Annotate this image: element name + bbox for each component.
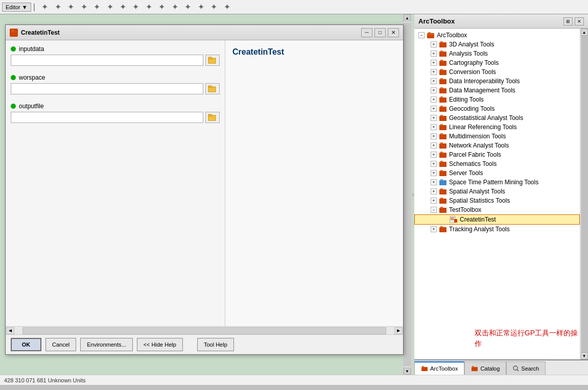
tree-item-spatial-analyst[interactable]: + Spatial Analyst Tools [414,187,580,196]
maximize-button[interactable]: □ [374,28,386,37]
tree-label-parcel: Parcel Fabric Tools [449,151,501,158]
expand-spatial-analyst[interactable]: + [431,188,437,194]
arctoolbox-tab-icon [421,365,428,372]
editor-button[interactable]: Editor ▼ [2,3,31,12]
environments-button[interactable]: Environments... [80,338,132,351]
expand-conversion[interactable]: + [431,69,437,75]
expand-data-interop[interactable]: + [431,78,437,84]
tree-item-createtin[interactable]: CreatetinTest [414,214,580,225]
expand-editing[interactable]: + [431,96,437,103]
outputfile-field[interactable] [11,112,203,123]
hide-help-button[interactable]: << Hide Help [137,338,183,351]
inputdata-field[interactable] [11,55,203,66]
svg-rect-24 [439,70,446,75]
tree-item-data-mgmt[interactable]: + Data Management Tools [414,86,580,95]
toolbox-geocoding-icon [439,105,447,112]
dialog-bottom: OK Cancel Environments... << Hide Help T… [6,334,403,354]
tree-item-analysis[interactable]: + Analysis Tools [414,49,580,58]
search-tab[interactable]: Search [506,361,546,375]
tree-label-geocoding: Geocoding Tools [449,105,495,112]
expand-analysis[interactable]: + [431,51,437,57]
arctoolbox-pin-button[interactable]: ⊞ [563,17,573,26]
hscroll-left-button[interactable]: ◀ [6,327,14,334]
tree-label-test-toolbox: TestToolbox [449,206,481,213]
tree-item-server[interactable]: + Server Tools [414,168,580,178]
tree-item-data-interop[interactable]: + Data Interoperability Tools [414,77,580,86]
browse-worspace-button[interactable] [205,83,220,94]
tree-item-space-time[interactable]: + Space Time Pattern Mining Tools [414,178,580,187]
dialog-titlebar: CreatetinTest ─ □ ✕ [6,25,403,40]
close-button[interactable]: ✕ [388,28,399,37]
toolbox-spatial-stats-icon [439,197,447,204]
expand-root[interactable]: − [418,32,425,38]
status-bar: 428 310 071 681 Unknown Units [0,375,588,385]
worspace-field[interactable] [11,83,203,94]
tree-item-test-toolbox[interactable]: − TestToolbox [414,205,580,214]
tree-item-tracking[interactable]: + Tracking Analyst Tools [414,225,580,234]
arctoolbox-title: ArcToolbox [418,17,455,25]
tree-label-data-interop: Data Interoperability Tools [449,78,520,85]
atb-vscroll-down[interactable]: ▼ [581,352,588,359]
svg-line-68 [517,370,519,371]
main-vscrollbar[interactable]: ▲ ▼ [403,14,411,375]
tree-item-geocoding[interactable]: + Geocoding Tools [414,104,580,113]
expand-tracking[interactable]: + [431,226,437,232]
svg-rect-33 [440,106,443,107]
vscroll-up-button[interactable]: ▲ [404,14,411,21]
arctoolbox-tab[interactable]: ArcToolbox [414,361,464,375]
catalog-tab[interactable]: Catalog [464,361,506,375]
tree-item-conversion[interactable]: + Conversion Tools [414,67,580,77]
tree-item-linear-ref[interactable]: + Linear Referencing Tools [414,123,580,132]
svg-rect-48 [439,180,446,185]
tree-label-conversion: Conversion Tools [449,68,496,76]
expand-server[interactable]: + [431,170,437,176]
tree-item-multidimension[interactable]: + Multidimension Tools [414,132,580,141]
arctoolbox-vscrollbar[interactable]: ▲ ▼ [580,29,588,359]
tree-item-schematics[interactable]: + Schematics Tools [414,159,580,168]
expand-parcel[interactable]: + [431,152,437,158]
expand-multidimension[interactable]: + [431,133,437,139]
svg-rect-35 [440,115,443,116]
form-input-row-worspace [11,83,220,94]
vscroll-down-button[interactable]: ▼ [404,368,411,375]
ok-button[interactable]: OK [11,338,41,351]
form-group-worspace: worspace [11,74,220,94]
catalog-tab-icon [471,365,478,372]
expand-network[interactable]: + [431,142,437,149]
hscroll-thumb[interactable] [22,327,386,334]
tool-help-button[interactable]: Tool Help [197,338,234,351]
expand-schematics[interactable]: + [431,161,437,167]
tree-label-spatial-stats: Spatial Statistics Tools [449,197,510,204]
tree-item-3d-analyst[interactable]: + 3D Analyst Tools [414,40,580,49]
svg-rect-44 [439,162,446,167]
browse-outputfile-button[interactable] [205,112,220,123]
tree-item-spatial-stats[interactable]: + Spatial Statistics Tools [414,196,580,205]
expand-space-time[interactable]: + [431,179,437,185]
tree-item-parcel[interactable]: + Parcel Fabric Tools [414,150,580,159]
browse-inputdata-button[interactable] [205,55,220,66]
tree-item-cartography[interactable]: + Cartography Tools [414,58,580,67]
svg-rect-6 [209,61,215,61]
expand-test-toolbox[interactable]: − [431,207,437,213]
horizontal-scrollbar[interactable]: ◀ ▶ [6,326,403,334]
toolbox-spatial-analyst-icon [439,188,447,195]
tree-item-network[interactable]: + Network Analyst Tools [414,141,580,150]
toolbox-root-icon [427,32,435,39]
arctoolbox-close-button[interactable]: ✕ [575,17,584,26]
hscroll-right-button[interactable]: ▶ [394,327,403,334]
tree-item-root[interactable]: − ArcToolbox [414,31,580,40]
minimize-button[interactable]: ─ [361,28,372,37]
expand-geocoding[interactable]: + [431,106,437,112]
svg-rect-19 [440,41,443,43]
expand-data-mgmt[interactable]: + [431,87,437,93]
cancel-button[interactable]: Cancel [45,338,76,351]
atb-vscroll-up[interactable]: ▲ [581,29,588,36]
expand-3d-analyst[interactable]: + [431,41,437,47]
expand-spatial-stats[interactable]: + [431,198,437,204]
svg-rect-27 [440,78,443,80]
tree-item-geostatistical[interactable]: + Geostatistical Analyst Tools [414,113,580,123]
expand-geostatistical[interactable]: + [431,115,437,121]
expand-cartography[interactable]: + [431,60,437,66]
tree-item-editing[interactable]: + Editing Tools [414,95,580,104]
expand-linear-ref[interactable]: + [431,124,437,130]
